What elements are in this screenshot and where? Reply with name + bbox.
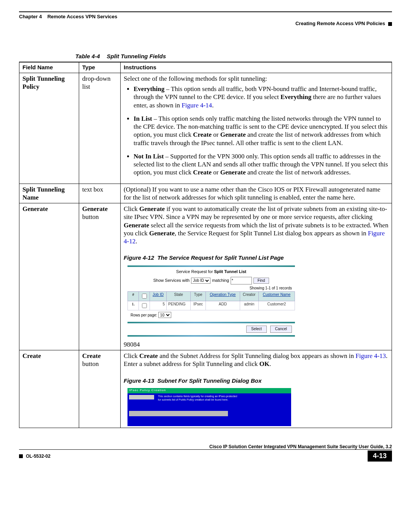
table-title: Split Tunneling Fields — [107, 53, 166, 59]
show-services-label: Show Services with — [153, 278, 190, 283]
select-all-checkbox[interactable] — [142, 294, 147, 299]
field-instr: (Optional) If you want to use a name oth… — [121, 184, 392, 203]
table-row: Split Tunneling Policy drop-down list Se… — [19, 73, 392, 184]
find-button[interactable]: Find — [253, 278, 269, 284]
page-number: 4-13 — [368, 451, 392, 462]
figure-xref[interactable]: Figure 4-13 — [355, 352, 386, 359]
table-row: Generate Generate button Click Generate … — [19, 203, 392, 350]
col-type: Type — [79, 62, 121, 73]
bullet: Not In List – Supported for the VPN 3000… — [134, 152, 389, 177]
chapter-ref: Chapter 4 — [19, 14, 42, 19]
bullet: In List – This option sends only traffic… — [134, 115, 389, 147]
table-row: Create Create button Click Create and th… — [19, 350, 392, 428]
field-name: Generate — [19, 203, 79, 350]
job-id-select[interactable]: Job ID — [191, 278, 210, 284]
page-header: Chapter 4 Remote Access VPN Services Cre… — [19, 11, 392, 26]
field-instr: Select one of the following methods for … — [121, 73, 392, 184]
field-name: Split Tunneling Policy — [19, 73, 79, 184]
rows-per-page-label: Rows per page: — [131, 313, 157, 317]
figure-caption: Figure 4-13 Subnet For Split Tunneling D… — [124, 377, 389, 385]
table-ref: Table 4-4 — [75, 53, 100, 59]
matching-label: matching — [212, 278, 229, 283]
table-row: Split Tunneling Name text box (Optional)… — [19, 184, 392, 203]
figure-4-13: IPsec Policy Creation This section conta… — [127, 388, 291, 426]
field-name: Create — [19, 350, 79, 428]
field-instr: Click Generate if you want to automatica… — [121, 203, 392, 350]
doc-title: Cisco IP Solution Center Integrated VPN … — [19, 443, 392, 449]
split-tunneling-table: Field Name Type Instructions Split Tunne… — [19, 62, 392, 428]
figure-xref[interactable]: Figure 4-14 — [182, 102, 212, 109]
select-button[interactable]: Select — [246, 326, 267, 333]
col-field: Field Name — [19, 62, 79, 73]
matching-input[interactable] — [231, 277, 252, 284]
field-type: Generate button — [79, 203, 121, 350]
cancel-button[interactable]: Cancel — [270, 326, 292, 333]
field-type: Create button — [79, 350, 121, 428]
page-footer: Cisco IP Solution Center Integrated VPN … — [19, 443, 392, 462]
results-table: # Job ID State Type Operation Type Creat… — [127, 291, 295, 310]
figure-id: 98084 — [124, 340, 389, 348]
record-count: Showing 1-1 of 1 records — [127, 285, 295, 292]
doc-id: OL-5532-02 — [26, 454, 51, 459]
col-instr: Instructions — [121, 62, 392, 73]
field-type: text box — [79, 184, 121, 203]
rows-per-page-select[interactable]: 10 — [158, 312, 171, 318]
bullet: Everything – This option sends all traff… — [134, 85, 389, 109]
figure-caption: Figure 4-12 The Service Request for Spli… — [124, 254, 389, 262]
field-name: Split Tunneling Name — [19, 184, 79, 203]
chapter-title: Remote Access VPN Services — [47, 14, 117, 19]
table-caption: Table 4-4Split Tunneling Fields — [75, 53, 392, 59]
subnet-input-row[interactable] — [129, 411, 228, 416]
row-checkbox[interactable] — [142, 303, 147, 308]
dialog-title-bar: IPsec Policy Creation — [127, 388, 291, 393]
figure-4-12: Service Request for Split Tunnel List Sh… — [127, 265, 295, 337]
square-icon — [19, 454, 23, 458]
result-row: 1. 5 PENDING IPsec ADD admin Customer2 — [128, 301, 295, 310]
section-title: Creating Remote Access VPN Policies — [295, 21, 392, 26]
field-instr: Click Create and the Subnet Address for … — [121, 350, 392, 428]
side-panel — [129, 395, 154, 399]
field-type: drop-down list — [79, 73, 121, 184]
dialog-text: This section contains fields typically f… — [158, 395, 237, 401]
